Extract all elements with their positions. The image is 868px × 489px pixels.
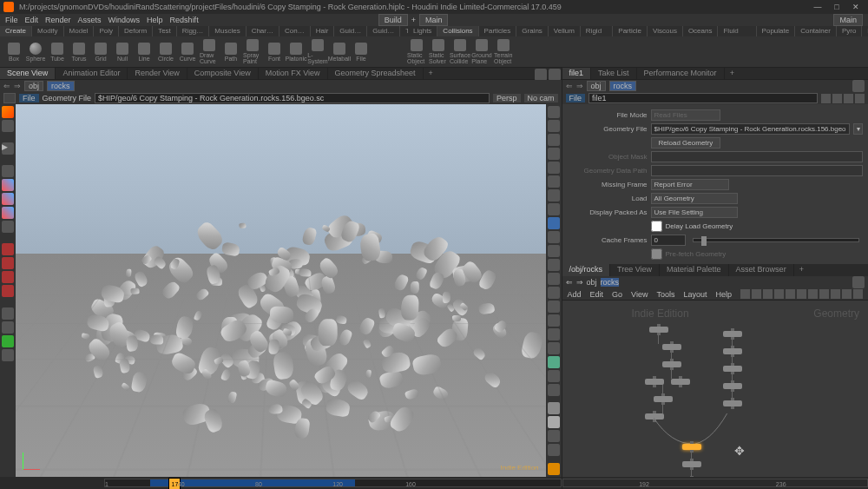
wire-over-icon[interactable] <box>548 384 560 396</box>
network-node[interactable] <box>662 361 681 367</box>
tab-scene-view[interactable]: Scene View <box>0 68 56 79</box>
tab-composite[interactable]: Composite View <box>187 68 259 79</box>
tool-sphere[interactable]: Sphere <box>25 38 46 66</box>
menu-file[interactable]: File <box>5 16 18 24</box>
node-name-field[interactable]: file1 <box>589 93 818 103</box>
net-menu-go[interactable]: Go <box>612 290 622 299</box>
shelf-tab[interactable]: Pyro FX <box>837 26 862 36</box>
lighting-icon[interactable] <box>548 217 560 229</box>
snap-point-icon[interactable] <box>2 271 14 283</box>
render-region-icon[interactable] <box>2 335 14 347</box>
net-find-icon[interactable] <box>740 289 750 299</box>
shelf-tab[interactable]: Vellum <box>549 26 581 36</box>
tool-line[interactable]: Line <box>134 38 155 66</box>
vh-cam-dropdown[interactable]: No cam <box>524 94 558 102</box>
wire-shade-icon[interactable] <box>548 430 560 442</box>
point-num-icon[interactable] <box>548 259 560 271</box>
tab-anim-editor[interactable]: Animation Editor <box>56 68 128 79</box>
net-tab-material[interactable]: Material Palette <box>660 264 729 276</box>
minimize-button[interactable]: — <box>809 2 826 12</box>
delay-load-checkbox[interactable] <box>651 221 662 232</box>
cplane-icon[interactable] <box>548 162 560 174</box>
gear-icon[interactable] <box>821 94 831 103</box>
custom-shade-icon[interactable] <box>548 444 560 456</box>
tool-null[interactable]: Null <box>112 38 133 66</box>
view-icon[interactable] <box>2 307 14 320</box>
network-node[interactable] <box>723 383 742 389</box>
shelf-tab[interactable]: Particles <box>479 26 517 36</box>
net-palette-icon[interactable] <box>853 289 863 299</box>
menu-help[interactable]: Help <box>147 16 163 24</box>
tool-terrain-obj[interactable]: Terrain Object <box>493 38 514 66</box>
nav-fwd-icon[interactable]: ⇒ <box>576 278 583 287</box>
node-type[interactable]: File <box>566 94 586 102</box>
shelf-tab-create[interactable]: Create <box>0 26 32 36</box>
cache-field[interactable]: 0 <box>651 235 686 246</box>
net-grid-icon[interactable] <box>774 289 784 299</box>
nav-fwd-icon[interactable]: ⇒ <box>576 82 583 90</box>
network-node[interactable] <box>723 400 742 406</box>
bg-image-icon[interactable] <box>548 148 560 160</box>
shelf-tab[interactable]: Particle Fluids <box>613 26 648 36</box>
net-tab-rocks[interactable]: /obj/rocks <box>562 264 611 276</box>
tool-tube[interactable]: Tube <box>47 38 68 66</box>
tool-font[interactable]: Font <box>264 38 285 66</box>
pane-expand-icon[interactable] <box>549 69 561 81</box>
net-note-icon[interactable] <box>808 289 818 299</box>
net-param-icon[interactable] <box>819 289 829 299</box>
main-radial-dropdown[interactable]: Main <box>833 14 863 26</box>
net-sticker-icon[interactable] <box>786 289 795 299</box>
menu-redshift[interactable]: Redshift <box>170 16 199 24</box>
tool-file[interactable]: File <box>351 38 372 66</box>
tool-metaball[interactable]: Metaball <box>329 38 350 66</box>
point-mark-icon[interactable] <box>548 245 560 257</box>
path-obj[interactable]: obj <box>587 81 606 91</box>
tab-render-view[interactable]: Render View <box>128 68 187 79</box>
net-tab-asset[interactable]: Asset Browser <box>729 264 794 276</box>
path-obj[interactable]: obj <box>24 81 43 91</box>
packed-dropdown[interactable]: Use File Setting <box>651 207 738 218</box>
rotate-icon[interactable] <box>2 193 14 205</box>
net-tree-icon[interactable] <box>831 289 840 299</box>
geo-file-field[interactable]: $HIP/geo/6 Copy Stamping - Rock Generati… <box>651 123 850 135</box>
vh-lock-icon[interactable] <box>3 93 16 103</box>
shelf-tab[interactable]: Model <box>64 26 95 36</box>
select-icon[interactable]: ▶ <box>2 142 14 155</box>
tab-takelist[interactable]: Take List <box>591 68 637 79</box>
shelf-tab[interactable]: Populate Cont… <box>757 26 796 36</box>
menu-windows[interactable]: Windows <box>108 16 141 24</box>
nav-back-icon[interactable]: ⇐ <box>3 82 10 90</box>
flipbook-icon[interactable] <box>2 349 14 361</box>
shelf-tab[interactable]: Muscles <box>209 26 246 36</box>
shelf-tab[interactable]: Modify <box>32 26 64 36</box>
path-node[interactable]: rocks <box>609 81 637 91</box>
prim-num-icon[interactable] <box>548 287 560 299</box>
shelf-tab[interactable]: Rigid Bodies <box>581 26 613 36</box>
ref-plane-icon[interactable] <box>548 120 560 132</box>
shelf-tab[interactable]: Terr… <box>400 26 408 36</box>
right-pane-add[interactable]: + <box>725 68 740 79</box>
ghost-icon[interactable] <box>548 356 560 368</box>
tool-grid[interactable]: Grid <box>90 38 111 66</box>
timeline-right[interactable]: 192 236 <box>562 477 868 489</box>
shelf-tab[interactable]: Hair <box>311 26 335 36</box>
net-path-node[interactable]: rocks <box>601 278 620 287</box>
shelf-tab[interactable]: Lights and C… <box>408 26 437 36</box>
net-tab-tree[interactable]: Tree View <box>610 264 660 276</box>
tool-lsystem[interactable]: L-System <box>307 38 328 66</box>
nav-back-icon[interactable]: ⇐ <box>566 278 573 287</box>
shelf-tab[interactable]: Oceans <box>683 26 719 36</box>
net-layout-icon[interactable] <box>763 289 773 299</box>
tool-spray[interactable]: Spray Paint <box>242 38 263 66</box>
inspect-icon[interactable] <box>2 321 14 334</box>
net-menu-edit[interactable]: Edit <box>590 290 604 299</box>
pane-menu-icon[interactable] <box>535 69 547 81</box>
point-norm-icon[interactable] <box>548 273 560 285</box>
tool-box[interactable]: Box <box>3 38 24 66</box>
nav-back-icon[interactable]: ⇐ <box>566 82 573 90</box>
field-guide-icon[interactable] <box>548 189 560 202</box>
missing-dropdown[interactable]: Report Error <box>651 179 729 190</box>
viewport[interactable]: Indie Edition <box>16 104 546 477</box>
search-icon[interactable] <box>844 94 853 103</box>
close-button[interactable]: ✕ <box>847 2 865 12</box>
